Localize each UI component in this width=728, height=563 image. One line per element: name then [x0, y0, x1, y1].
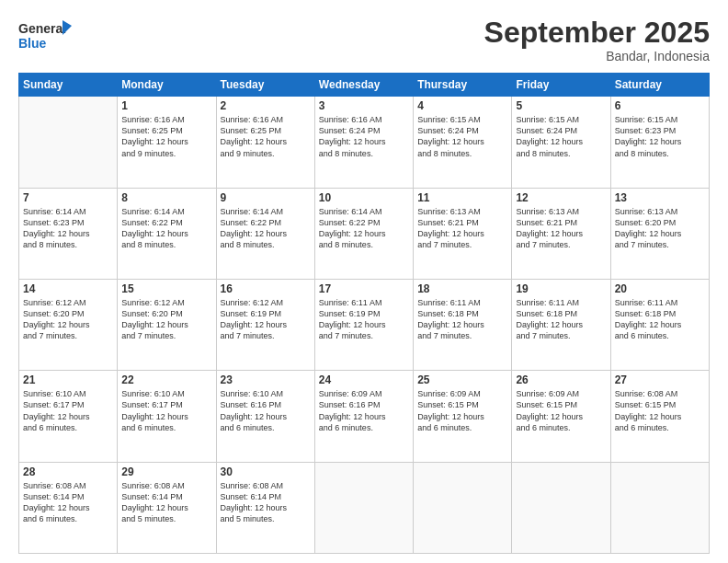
day-cell: 17Sunrise: 6:11 AM Sunset: 6:19 PM Dayli… — [314, 279, 413, 370]
title-block: September 2025 Bandar, Indonesia — [484, 17, 710, 63]
day-info: Sunrise: 6:15 AM Sunset: 6:24 PM Dayligh… — [516, 114, 606, 159]
day-number: 27 — [615, 373, 705, 386]
day-info: Sunrise: 6:13 AM Sunset: 6:20 PM Dayligh… — [615, 206, 705, 251]
day-cell: 7Sunrise: 6:14 AM Sunset: 6:23 PM Daylig… — [19, 188, 118, 279]
day-number: 19 — [516, 282, 606, 295]
day-cell: 26Sunrise: 6:09 AM Sunset: 6:15 PM Dayli… — [512, 371, 610, 462]
day-number: 28 — [23, 465, 113, 478]
day-number: 25 — [417, 373, 507, 386]
day-number: 30 — [221, 465, 311, 478]
day-cell: 3Sunrise: 6:16 AM Sunset: 6:24 PM Daylig… — [314, 97, 413, 188]
month-title: September 2025 — [484, 17, 710, 49]
day-number: 14 — [23, 282, 113, 295]
col-header-sunday: Sunday — [19, 74, 118, 97]
day-cell: 29Sunrise: 6:08 AM Sunset: 6:14 PM Dayli… — [118, 462, 216, 553]
day-info: Sunrise: 6:13 AM Sunset: 6:21 PM Dayligh… — [516, 206, 606, 251]
calendar-table: SundayMondayTuesdayWednesdayThursdayFrid… — [18, 73, 710, 554]
day-info: Sunrise: 6:14 AM Sunset: 6:22 PM Dayligh… — [121, 206, 211, 251]
day-cell — [414, 462, 512, 553]
col-header-thursday: Thursday — [414, 74, 512, 97]
day-info: Sunrise: 6:14 AM Sunset: 6:22 PM Dayligh… — [221, 206, 311, 251]
day-cell: 6Sunrise: 6:15 AM Sunset: 6:23 PM Daylig… — [610, 97, 709, 188]
day-number: 23 — [221, 373, 311, 386]
week-row-0: 1Sunrise: 6:16 AM Sunset: 6:25 PM Daylig… — [19, 97, 710, 188]
day-info: Sunrise: 6:11 AM Sunset: 6:19 PM Dayligh… — [319, 297, 409, 342]
day-info: Sunrise: 6:15 AM Sunset: 6:24 PM Dayligh… — [417, 114, 507, 159]
subtitle: Bandar, Indonesia — [484, 49, 710, 63]
day-number: 1 — [121, 99, 211, 112]
svg-text:Blue: Blue — [18, 36, 47, 51]
day-cell: 15Sunrise: 6:12 AM Sunset: 6:20 PM Dayli… — [118, 279, 216, 370]
day-number: 21 — [23, 373, 113, 386]
day-cell: 10Sunrise: 6:14 AM Sunset: 6:22 PM Dayli… — [314, 188, 413, 279]
day-info: Sunrise: 6:10 AM Sunset: 6:17 PM Dayligh… — [23, 388, 113, 433]
day-number: 8 — [121, 191, 211, 204]
day-cell: 11Sunrise: 6:13 AM Sunset: 6:21 PM Dayli… — [414, 188, 512, 279]
day-cell: 22Sunrise: 6:10 AM Sunset: 6:17 PM Dayli… — [118, 371, 216, 462]
day-number: 15 — [121, 282, 211, 295]
day-cell: 5Sunrise: 6:15 AM Sunset: 6:24 PM Daylig… — [512, 97, 610, 188]
day-number: 7 — [23, 191, 113, 204]
day-number: 26 — [516, 373, 606, 386]
day-number: 4 — [417, 99, 507, 112]
day-info: Sunrise: 6:11 AM Sunset: 6:18 PM Dayligh… — [615, 297, 705, 342]
col-header-friday: Friday — [512, 74, 610, 97]
day-info: Sunrise: 6:09 AM Sunset: 6:15 PM Dayligh… — [417, 388, 507, 433]
week-row-3: 21Sunrise: 6:10 AM Sunset: 6:17 PM Dayli… — [19, 371, 710, 462]
day-cell: 23Sunrise: 6:10 AM Sunset: 6:16 PM Dayli… — [216, 371, 314, 462]
header-row: SundayMondayTuesdayWednesdayThursdayFrid… — [19, 74, 710, 97]
day-number: 18 — [417, 282, 507, 295]
day-number: 17 — [319, 282, 409, 295]
logo-svg: General Blue — [18, 17, 74, 55]
day-info: Sunrise: 6:10 AM Sunset: 6:17 PM Dayligh… — [121, 388, 211, 433]
week-row-2: 14Sunrise: 6:12 AM Sunset: 6:20 PM Dayli… — [19, 279, 710, 370]
day-cell: 2Sunrise: 6:16 AM Sunset: 6:25 PM Daylig… — [216, 97, 314, 188]
day-cell: 27Sunrise: 6:08 AM Sunset: 6:15 PM Dayli… — [610, 371, 709, 462]
svg-marker-2 — [63, 20, 72, 35]
day-cell: 12Sunrise: 6:13 AM Sunset: 6:21 PM Dayli… — [512, 188, 610, 279]
day-number: 13 — [615, 191, 705, 204]
day-cell — [610, 462, 709, 553]
day-info: Sunrise: 6:16 AM Sunset: 6:25 PM Dayligh… — [221, 114, 311, 159]
day-info: Sunrise: 6:12 AM Sunset: 6:20 PM Dayligh… — [23, 297, 113, 342]
day-number: 22 — [121, 373, 211, 386]
day-info: Sunrise: 6:14 AM Sunset: 6:23 PM Dayligh… — [23, 206, 113, 251]
day-cell: 4Sunrise: 6:15 AM Sunset: 6:24 PM Daylig… — [414, 97, 512, 188]
day-info: Sunrise: 6:12 AM Sunset: 6:20 PM Dayligh… — [121, 297, 211, 342]
col-header-monday: Monday — [118, 74, 216, 97]
day-info: Sunrise: 6:08 AM Sunset: 6:15 PM Dayligh… — [615, 388, 705, 433]
week-row-4: 28Sunrise: 6:08 AM Sunset: 6:14 PM Dayli… — [19, 462, 710, 553]
day-info: Sunrise: 6:09 AM Sunset: 6:15 PM Dayligh… — [516, 388, 606, 433]
svg-text:General: General — [18, 21, 66, 36]
day-cell: 30Sunrise: 6:08 AM Sunset: 6:14 PM Dayli… — [216, 462, 314, 553]
day-number: 11 — [417, 191, 507, 204]
day-info: Sunrise: 6:13 AM Sunset: 6:21 PM Dayligh… — [417, 206, 507, 251]
day-cell: 14Sunrise: 6:12 AM Sunset: 6:20 PM Dayli… — [19, 279, 118, 370]
day-number: 20 — [615, 282, 705, 295]
day-cell: 1Sunrise: 6:16 AM Sunset: 6:25 PM Daylig… — [118, 97, 216, 188]
day-info: Sunrise: 6:16 AM Sunset: 6:25 PM Dayligh… — [121, 114, 211, 159]
day-cell: 8Sunrise: 6:14 AM Sunset: 6:22 PM Daylig… — [118, 188, 216, 279]
day-info: Sunrise: 6:10 AM Sunset: 6:16 PM Dayligh… — [221, 388, 311, 433]
day-info: Sunrise: 6:08 AM Sunset: 6:14 PM Dayligh… — [121, 480, 211, 525]
day-number: 29 — [121, 465, 211, 478]
logo: General Blue — [18, 17, 74, 55]
day-info: Sunrise: 6:16 AM Sunset: 6:24 PM Dayligh… — [319, 114, 409, 159]
day-cell: 28Sunrise: 6:08 AM Sunset: 6:14 PM Dayli… — [19, 462, 118, 553]
day-cell: 18Sunrise: 6:11 AM Sunset: 6:18 PM Dayli… — [414, 279, 512, 370]
day-cell: 25Sunrise: 6:09 AM Sunset: 6:15 PM Dayli… — [414, 371, 512, 462]
day-cell: 9Sunrise: 6:14 AM Sunset: 6:22 PM Daylig… — [216, 188, 314, 279]
day-number: 24 — [319, 373, 409, 386]
day-number: 9 — [221, 191, 311, 204]
day-cell: 24Sunrise: 6:09 AM Sunset: 6:16 PM Dayli… — [314, 371, 413, 462]
day-number: 10 — [319, 191, 409, 204]
col-header-saturday: Saturday — [610, 74, 709, 97]
day-cell: 16Sunrise: 6:12 AM Sunset: 6:19 PM Dayli… — [216, 279, 314, 370]
col-header-wednesday: Wednesday — [314, 74, 413, 97]
day-number: 6 — [615, 99, 705, 112]
day-cell — [314, 462, 413, 553]
col-header-tuesday: Tuesday — [216, 74, 314, 97]
day-number: 2 — [221, 99, 311, 112]
day-number: 5 — [516, 99, 606, 112]
day-number: 16 — [221, 282, 311, 295]
